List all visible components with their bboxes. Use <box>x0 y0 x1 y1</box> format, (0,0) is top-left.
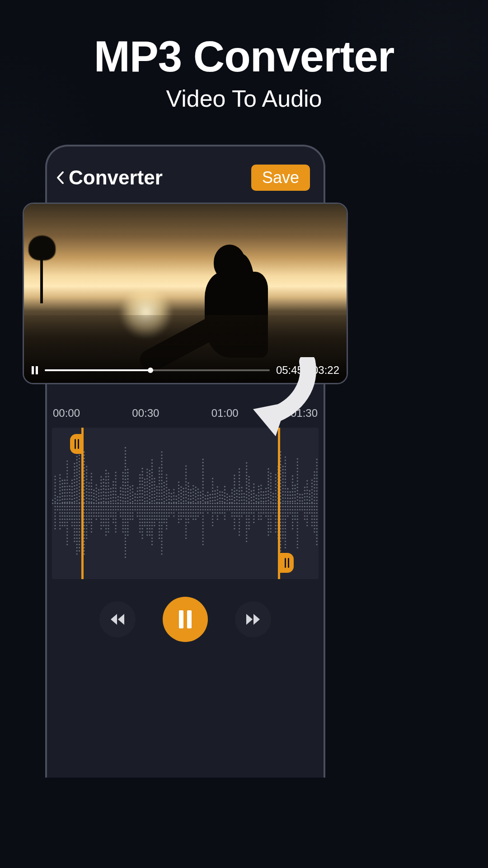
video-progress-bar[interactable] <box>45 369 270 371</box>
svg-point-1596 <box>297 534 298 536</box>
svg-point-1324 <box>263 495 264 496</box>
svg-point-883 <box>173 489 174 490</box>
svg-point-272 <box>86 469 87 471</box>
svg-point-67 <box>64 492 66 494</box>
svg-point-1637 <box>306 515 308 517</box>
svg-point-334 <box>93 503 94 504</box>
svg-point-1190 <box>239 478 240 479</box>
svg-point-1651 <box>311 486 313 487</box>
svg-point-75 <box>64 515 66 517</box>
svg-point-267 <box>84 544 85 545</box>
svg-point-430 <box>108 512 109 514</box>
trim-handle-start[interactable] <box>70 434 84 454</box>
svg-point-1257 <box>249 489 250 490</box>
svg-point-700 <box>149 480 150 481</box>
svg-point-335 <box>93 506 94 507</box>
svg-point-464 <box>115 481 117 483</box>
svg-point-497 <box>122 472 124 473</box>
svg-point-431 <box>108 515 109 517</box>
svg-point-1191 <box>239 481 240 482</box>
svg-point-1207 <box>239 531 240 533</box>
svg-point-151 <box>74 512 75 514</box>
svg-point-77 <box>64 522 66 523</box>
svg-point-1682 <box>314 525 315 526</box>
svg-point-240 <box>84 461 85 462</box>
svg-point-1485 <box>282 515 284 517</box>
video-thumbnail: 05:45 / 03:22 <box>24 204 347 383</box>
svg-point-1023 <box>200 509 201 510</box>
pause-icon[interactable] <box>31 366 38 374</box>
svg-point-1663 <box>311 522 313 523</box>
svg-point-100 <box>66 525 68 526</box>
svg-point-1104 <box>217 506 218 507</box>
forward-icon <box>245 613 261 626</box>
svg-point-838 <box>164 498 165 499</box>
svg-point-1098 <box>217 490 218 491</box>
svg-point-1693 <box>316 484 318 485</box>
svg-point-514 <box>122 525 124 526</box>
svg-point-1543 <box>292 481 293 483</box>
svg-point-280 <box>86 495 87 496</box>
svg-point-195 <box>79 454 80 456</box>
svg-point-277 <box>86 485 87 486</box>
svg-point-607 <box>137 494 138 495</box>
svg-point-61 <box>62 522 63 523</box>
svg-point-891 <box>173 512 174 514</box>
svg-point-418 <box>108 476 109 477</box>
svg-point-703 <box>149 489 150 491</box>
svg-point-638 <box>142 477 143 479</box>
forward-button[interactable] <box>235 601 271 637</box>
svg-point-1407 <box>275 522 277 523</box>
svg-point-1376 <box>270 512 272 514</box>
svg-point-1260 <box>249 498 250 500</box>
back-button[interactable]: Converter <box>56 166 251 189</box>
save-button[interactable]: Save <box>251 165 310 191</box>
svg-point-1126 <box>224 489 225 491</box>
svg-point-1229 <box>246 468 247 470</box>
svg-point-363 <box>100 482 102 484</box>
svg-point-298 <box>89 492 90 493</box>
svg-point-320 <box>91 506 92 507</box>
svg-point-1289 <box>253 512 254 514</box>
svg-point-154 <box>74 522 75 523</box>
svg-point-1641 <box>309 490 310 491</box>
svg-point-1124 <box>222 512 223 514</box>
svg-point-326 <box>91 525 92 526</box>
svg-point-557 <box>127 481 128 483</box>
svg-point-1687 <box>316 465 318 466</box>
svg-point-1679 <box>314 515 315 517</box>
svg-point-1256 <box>249 486 250 487</box>
svg-point-421 <box>108 485 109 486</box>
svg-point-1299 <box>258 486 259 487</box>
play-pause-button[interactable] <box>163 597 208 642</box>
svg-point-1524 <box>287 491 288 493</box>
svg-point-1532 <box>287 515 288 517</box>
svg-point-1158 <box>231 515 233 517</box>
svg-point-216 <box>79 519 80 520</box>
svg-point-611 <box>137 506 138 507</box>
svg-point-263 <box>84 531 85 533</box>
svg-point-1635 <box>306 509 308 510</box>
svg-point-1308 <box>258 512 259 514</box>
waveform[interactable] <box>52 428 319 579</box>
svg-point-32 <box>59 484 61 485</box>
svg-point-619 <box>139 487 141 488</box>
svg-point-766 <box>156 495 158 497</box>
svg-point-824 <box>161 528 162 529</box>
svg-point-111 <box>69 498 70 500</box>
svg-point-630 <box>139 519 141 520</box>
svg-point-197 <box>79 461 80 462</box>
svg-point-1645 <box>309 503 310 504</box>
svg-point-900 <box>178 485 179 486</box>
svg-point-872 <box>169 509 170 510</box>
svg-point-292 <box>86 531 87 533</box>
svg-point-1700 <box>316 506 318 507</box>
svg-point-138 <box>74 472 75 474</box>
svg-point-1002 <box>195 506 197 507</box>
trim-handle-end[interactable] <box>280 553 294 573</box>
rewind-button[interactable] <box>99 601 136 637</box>
svg-point-106 <box>66 544 68 545</box>
svg-point-1628 <box>306 490 308 491</box>
svg-point-487 <box>120 487 121 489</box>
svg-point-774 <box>156 519 158 520</box>
